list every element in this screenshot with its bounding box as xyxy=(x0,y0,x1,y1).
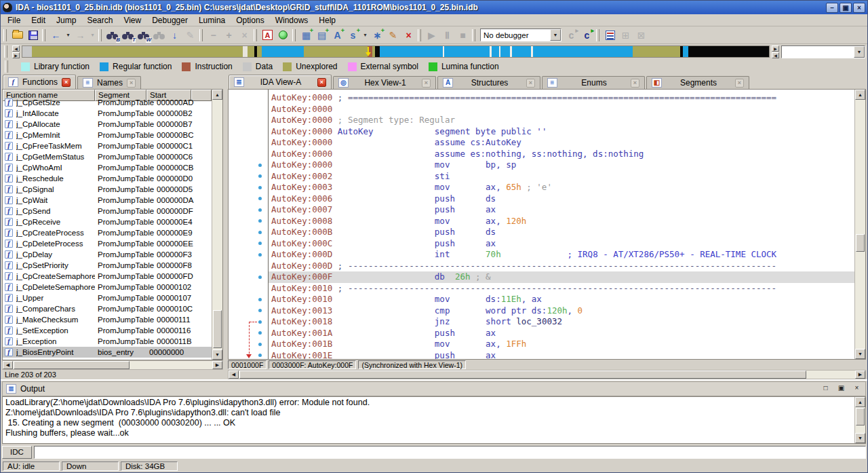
disasm-line[interactable]: AutoKey:001A push ax xyxy=(269,328,854,339)
close-tab-icon[interactable]: × xyxy=(735,79,744,88)
edit-function-icon[interactable]: ✎ xyxy=(386,29,400,42)
create-name-icon[interactable]: A+ xyxy=(330,29,344,42)
tab-functions[interactable]: fFunctions× xyxy=(3,75,76,89)
scroll-down-icon[interactable]: ▼ xyxy=(855,433,865,443)
disasm-line[interactable]: AutoKey:001E push ax xyxy=(269,350,854,360)
disasm-line[interactable]: AutoKey:0002 sti xyxy=(269,171,854,183)
disasm-line[interactable]: AutoKey:001B mov ax, 1FFh xyxy=(269,339,854,350)
functions-hscrollbar-track[interactable] xyxy=(13,361,212,369)
table-row[interactable]: fj_CpGetMemStatusPromJumpTable000000C6 xyxy=(3,151,212,162)
search-binary-icon[interactable]: B xyxy=(105,29,119,42)
open-file-icon[interactable] xyxy=(10,29,24,42)
maximize-pane-icon[interactable]: □ xyxy=(821,384,831,394)
table-row[interactable]: fj_ReschedulePromJumpTable000000D0 xyxy=(3,173,212,184)
close-tab-icon[interactable]: × xyxy=(631,79,639,88)
navband-zoom-out-icon[interactable]: ◀ xyxy=(772,52,779,58)
nav-back-icon[interactable]: ← xyxy=(49,29,63,42)
output-scrollbar[interactable]: ▲ ▼ xyxy=(854,397,865,443)
create-string-icon[interactable]: s+ xyxy=(346,29,360,42)
create-array-icon[interactable]: ▤+ xyxy=(315,29,329,42)
table-row[interactable]: fj_CpDelayPromJumpTable000000F3 xyxy=(3,249,212,260)
menu-item-windows[interactable]: Windows xyxy=(270,15,314,26)
jump-address-icon[interactable]: ↓ xyxy=(167,29,182,42)
table-row[interactable]: fj_CpSendPromJumpTable000000DF xyxy=(3,206,212,216)
disasm-line[interactable]: AutoKey:0013 cmp word ptr ds:120h, 0 xyxy=(269,305,854,317)
scroll-left-icon[interactable]: ◀ xyxy=(3,361,13,369)
navband-scroll-right-icon[interactable]: ▶ xyxy=(12,52,20,58)
table-row[interactable]: fj_CpMemInitPromJumpTable000000BC xyxy=(3,130,212,140)
menu-item-view[interactable]: View xyxy=(118,15,146,26)
delete-item-icon[interactable]: × xyxy=(237,29,252,42)
close-tab-icon[interactable]: × xyxy=(127,79,136,88)
table-row[interactable]: fj_CpFreeTaskMemPromJumpTable000000C1 xyxy=(3,140,212,151)
navband-zoom-in-icon[interactable]: ▶ xyxy=(772,45,779,52)
table-row[interactable]: fj_CpSignalPromJumpTable000000D5 xyxy=(3,184,212,195)
table-row[interactable]: fj_CompareCharsPromJumpTable0000010C xyxy=(3,303,212,314)
idc-button[interactable]: IDC xyxy=(2,446,32,459)
debug-pause-icon[interactable]: Ⅱ xyxy=(440,29,454,42)
disasm-hscrollbar[interactable]: ◀ ▶ xyxy=(228,370,866,379)
table-row[interactable]: fj_CpWaitPromJumpTable000000DA xyxy=(3,195,212,206)
table-row[interactable]: fj_SetExceptionPromJumpTable00000116 xyxy=(3,325,212,336)
attach-process-icon[interactable]: c▸ xyxy=(564,29,578,42)
table-row[interactable]: fj_CpDeleteProcessPromJumpTable000000EE xyxy=(3,238,212,249)
debug-start-icon[interactable]: ▶ xyxy=(425,29,439,42)
define-icon[interactable]: + xyxy=(222,29,236,42)
menu-item-search[interactable]: Search xyxy=(81,15,118,26)
disasm-line[interactable]: AutoKey:000D int 70h ; IRQ8 - AT/XT286/P… xyxy=(269,249,854,261)
save-file-icon[interactable] xyxy=(26,29,40,42)
navigation-band[interactable] xyxy=(22,45,770,58)
tab-hex-view-1[interactable]: ◎Hex View-1× xyxy=(333,76,436,89)
disasm-line[interactable]: AutoKey:0000 ; =========================… xyxy=(269,92,854,104)
disasm-line[interactable]: AutoKey:0010 mov ds:11Eh, ax xyxy=(269,294,854,305)
disasm-line[interactable]: AutoKey:0000 AutoKey segment byte public… xyxy=(269,126,854,138)
table-row[interactable]: fj_CpWhoAmIPromJumpTable000000CB xyxy=(3,162,212,173)
table-row[interactable]: fj_IntAllocatePromJumpTable000000B2 xyxy=(3,108,212,119)
module-step-icon[interactable]: ⊞ xyxy=(618,29,633,42)
table-row[interactable]: fj_CpDeleteSemaphorePromJumpTable0000010… xyxy=(3,282,212,292)
functions-scrollbar[interactable]: ▲ ▼ xyxy=(212,90,222,360)
disasm-code[interactable]: AutoKey:0000 ; =========================… xyxy=(268,90,854,359)
functions-hscrollbar[interactable]: ◀ ▶ xyxy=(2,360,223,370)
table-row[interactable]: fj_MakeChecksumPromJumpTable00000111 xyxy=(3,314,212,325)
menu-item-jump[interactable]: Jump xyxy=(51,15,81,26)
module-detach-icon[interactable]: ⊠ xyxy=(634,29,648,42)
table-row[interactable]: fj_UpperPromJumpTable00000107 xyxy=(3,292,212,303)
menu-item-lumina[interactable]: Lumina xyxy=(193,15,231,26)
disasm-line[interactable]: AutoKey:0003 mov ax, 65h ; 'e' xyxy=(269,182,854,193)
menu-item-options[interactable]: Options xyxy=(231,15,269,26)
disasm-hscrollbar-track[interactable] xyxy=(239,371,855,379)
delete-function-icon[interactable]: × xyxy=(401,29,416,42)
table-row[interactable]: fj_CpCreateProcessPromJumpTable000000E9 xyxy=(3,227,212,238)
minimize-button[interactable]: – xyxy=(826,3,838,13)
close-tab-icon[interactable]: × xyxy=(62,78,71,87)
debugger-select[interactable]: No debugger▼ xyxy=(480,29,561,41)
disasm-scrollbar-track[interactable] xyxy=(855,100,865,349)
close-tab-icon[interactable]: × xyxy=(526,79,535,88)
disasm-line[interactable]: AutoKey:0008 mov ax, 120h xyxy=(269,216,854,227)
disasm-line[interactable]: AutoKey:000F db 26h ; & xyxy=(269,271,854,283)
scroll-up-icon[interactable]: ▲ xyxy=(212,90,222,100)
disasm-scrollbar[interactable]: ▲ ▼ xyxy=(854,90,865,359)
disasm-line[interactable]: AutoKey:0006 push ds xyxy=(269,193,854,205)
search-word-icon[interactable]: W xyxy=(136,29,151,42)
nav-forward-caret-icon[interactable]: ▾ xyxy=(89,29,96,42)
tab-enums[interactable]: ≡Enums× xyxy=(542,76,645,89)
output-scrollbar-thumb[interactable] xyxy=(856,408,865,425)
close-pane-icon[interactable]: × xyxy=(852,384,862,394)
close-tab-icon[interactable]: × xyxy=(317,78,326,87)
run-to-cursor-icon[interactable]: c▸ xyxy=(580,29,594,42)
disasm-line[interactable]: AutoKey:000D ; -------------------------… xyxy=(269,261,854,272)
navband-scroll-left-icon[interactable]: ◀ xyxy=(12,45,20,52)
disasm-line[interactable]: AutoKey:0000 xyxy=(269,104,854,115)
scroll-down-icon[interactable]: ▼ xyxy=(212,349,222,360)
tab-structures[interactable]: AStructures× xyxy=(437,76,540,89)
menu-item-file[interactable]: File xyxy=(2,15,26,26)
disasm-scrollbar-thumb[interactable] xyxy=(856,234,865,252)
table-row[interactable]: fj_CpAllocatePromJumpTable000000B7 xyxy=(3,119,212,130)
disasm-line[interactable]: AutoKey:0000 mov bp, sp xyxy=(269,159,854,171)
disasm-line[interactable]: AutoKey:0010 ; -------------------------… xyxy=(269,283,854,295)
command-input[interactable] xyxy=(34,446,866,459)
table-row[interactable]: fj_BiosEntryPointbios_entry00000000 xyxy=(3,347,212,358)
create-function-icon[interactable]: ∗+ xyxy=(370,29,384,42)
